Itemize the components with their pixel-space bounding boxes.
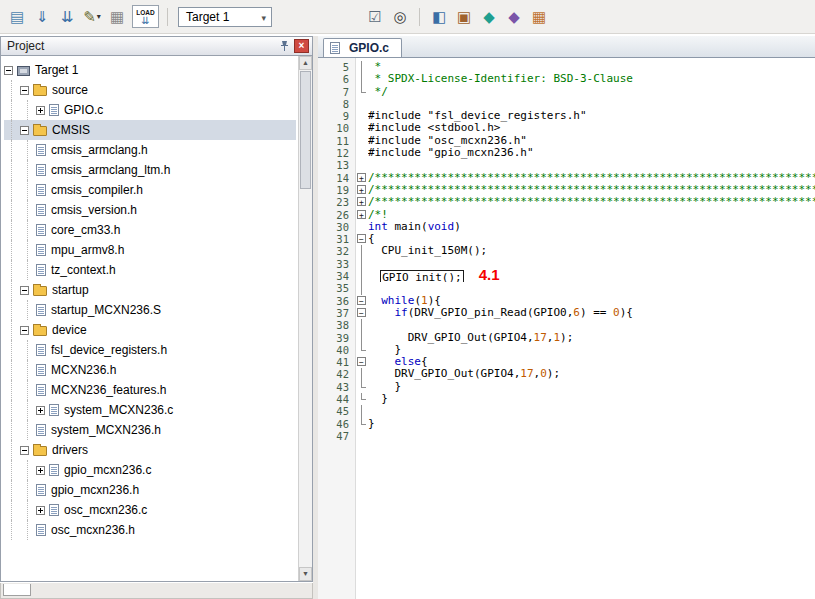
tab-gpio-c[interactable]: GPIO.c (323, 38, 402, 57)
tree-item-label: osc_mcxn236.c (63, 503, 151, 517)
code-line[interactable]: 31−{ (318, 233, 815, 245)
code-line[interactable]: 30int main(void) (318, 221, 815, 233)
pack-installer-icon[interactable]: ▣ (453, 7, 475, 27)
code-line[interactable]: 36− while(1){ (318, 295, 815, 307)
tree-item-mcxn236-features-h[interactable]: MCXN236_features.h (4, 380, 296, 400)
folder-icon (33, 446, 47, 456)
fold-expand-icon[interactable]: + (355, 172, 368, 184)
scroll-up-icon[interactable] (299, 56, 312, 70)
collapse-icon[interactable] (4, 66, 13, 75)
tree-item-gpio-mcxn236-c[interactable]: gpio_mcxn236.c (4, 460, 296, 480)
tree-item-source[interactable]: source (4, 80, 296, 100)
code-line[interactable]: 23+/************************************… (318, 196, 815, 208)
code-line[interactable]: 41− else{ (318, 356, 815, 368)
tree-item-system-mcxn236-c[interactable]: system_MCXN236.c (4, 400, 296, 420)
books-icon[interactable]: ▦ (528, 7, 550, 27)
scrollbar-thumb[interactable] (300, 71, 311, 189)
find-in-files-icon[interactable]: ◎ (389, 7, 411, 27)
close-icon[interactable] (294, 39, 309, 53)
code-line[interactable]: 47 (318, 430, 815, 442)
rebuild-icon[interactable]: ⇊ (56, 7, 78, 27)
code-line[interactable]: 42 DRV_GPIO_Out(GPIO4,17,0); (318, 368, 815, 380)
code-line[interactable]: 19+/************************************… (318, 184, 815, 196)
build-icon[interactable]: ⇓ (31, 7, 53, 27)
code-line[interactable]: 9#include "fsl_device_registers.h" (318, 110, 815, 122)
target-select[interactable]: Target 1 (178, 7, 272, 27)
software-packs-icon[interactable]: ◆ (503, 7, 525, 27)
collapse-icon[interactable] (20, 126, 29, 135)
tree-item-tz-context-h[interactable]: tz_context.h (4, 260, 296, 280)
tree-scrollbar[interactable] (298, 56, 312, 581)
tree-item-startup[interactable]: startup (4, 280, 296, 300)
code-line[interactable]: 35 (318, 282, 815, 294)
code-line[interactable]: 43 } (318, 381, 815, 393)
tree-item-core-cm33-h[interactable]: core_cm33.h (4, 220, 296, 240)
debug-session-icon[interactable]: ◧ (428, 7, 450, 27)
collapse-icon[interactable] (20, 86, 29, 95)
code-line[interactable]: 5 * (318, 61, 815, 73)
code-line[interactable]: 32 CPU_init_150M(); (318, 245, 815, 257)
code-line[interactable]: 10#include <stdbool.h> (318, 122, 815, 134)
collapse-icon[interactable] (20, 326, 29, 335)
tree-item-cmsis[interactable]: CMSIS (4, 120, 296, 140)
tree-item-startup-mcxn236-s[interactable]: startup_MCXN236.S (4, 300, 296, 320)
code-line[interactable]: 34 GPIO_init();4.1 (318, 270, 815, 282)
tree-item-target-1[interactable]: Target 1 (4, 60, 296, 80)
fold-expand-icon[interactable]: + (355, 184, 368, 196)
code-line[interactable]: 14+/************************************… (318, 172, 815, 184)
flash-download-button[interactable]: LOAD (132, 5, 159, 28)
options-for-target-icon[interactable]: ☑ (364, 7, 386, 27)
stop-build-icon[interactable]: ▦ (106, 7, 128, 27)
code-line[interactable]: 13 (318, 159, 815, 171)
code-line[interactable]: 44 } (318, 393, 815, 405)
code-line[interactable]: 45 (318, 405, 815, 417)
fold-collapse-icon[interactable]: − (355, 233, 368, 245)
tree-item-cmsis-armclang-ltm-h[interactable]: cmsis_armclang_ltm.h (4, 160, 296, 180)
line-number: 42 (318, 368, 355, 380)
code-line[interactable]: 8 (318, 98, 815, 110)
tree-item-mpu-armv8-h[interactable]: mpu_armv8.h (4, 240, 296, 260)
tree-item-osc-mcxn236-h[interactable]: osc_mcxn236.h (4, 520, 296, 540)
pin-icon[interactable] (277, 39, 291, 53)
scroll-down-icon[interactable] (299, 567, 312, 581)
tree-item-drivers[interactable]: drivers (4, 440, 296, 460)
tree-item-gpio-c[interactable]: GPIO.c (4, 100, 296, 120)
tree-item-system-mcxn236-h[interactable]: system_MCXN236.h (4, 420, 296, 440)
code-line[interactable]: 38 (318, 319, 815, 331)
collapse-icon[interactable] (20, 286, 29, 295)
translate-icon[interactable]: ▤ (6, 7, 28, 27)
tree-item-cmsis-compiler-h[interactable]: cmsis_compiler.h (4, 180, 296, 200)
fold-collapse-icon[interactable]: − (355, 307, 368, 319)
fold-margin (355, 258, 368, 270)
expand-icon[interactable] (36, 506, 45, 515)
code-line[interactable]: 26+/*! (318, 209, 815, 221)
tree-item-cmsis-version-h[interactable]: cmsis_version.h (4, 200, 296, 220)
tree-item-osc-mcxn236-c[interactable]: osc_mcxn236.c (4, 500, 296, 520)
collapse-icon[interactable] (20, 446, 29, 455)
tree-item-device[interactable]: device (4, 320, 296, 340)
manage-rte-icon[interactable]: ◆ (478, 7, 500, 27)
fold-collapse-icon[interactable]: − (355, 295, 368, 307)
fold-expand-icon[interactable]: + (355, 196, 368, 208)
code-line[interactable]: 33 (318, 258, 815, 270)
code-line[interactable]: 40 } (318, 344, 815, 356)
fold-collapse-icon[interactable]: − (355, 356, 368, 368)
panel-bottom-tab[interactable] (3, 584, 31, 596)
code-line[interactable]: 37− if(DRV_GPIO_pin_Read(GPIO0,6) == 0){ (318, 307, 815, 319)
tree-item-cmsis-armclang-h[interactable]: cmsis_armclang.h (4, 140, 296, 160)
tree-item-gpio-mcxn236-h[interactable]: gpio_mcxn236.h (4, 480, 296, 500)
tree-item-mcxn236-h[interactable]: MCXN236.h (4, 360, 296, 380)
code-line[interactable]: 7 */ (318, 86, 815, 98)
code-line[interactable]: 46} (318, 418, 815, 430)
code-editor[interactable]: 5 *6 * SPDX-License-Identifier: BSD-3-Cl… (318, 58, 815, 599)
fold-expand-icon[interactable]: + (355, 209, 368, 221)
code-line[interactable]: 12#include "gpio_mcxn236.h" (318, 147, 815, 159)
expand-icon[interactable] (36, 466, 45, 475)
tree-item-fsl-device-registers-h[interactable]: fsl_device_registers.h (4, 340, 296, 360)
expand-icon[interactable] (36, 106, 45, 115)
code-line[interactable]: 6 * SPDX-License-Identifier: BSD-3-Claus… (318, 73, 815, 85)
code-line[interactable]: 11#include "osc_mcxn236.h" (318, 135, 815, 147)
code-line[interactable]: 39 DRV_GPIO_Out(GPIO4,17,1); (318, 332, 815, 344)
batch-build-icon[interactable]: ✎ (81, 7, 103, 27)
expand-icon[interactable] (36, 406, 45, 415)
